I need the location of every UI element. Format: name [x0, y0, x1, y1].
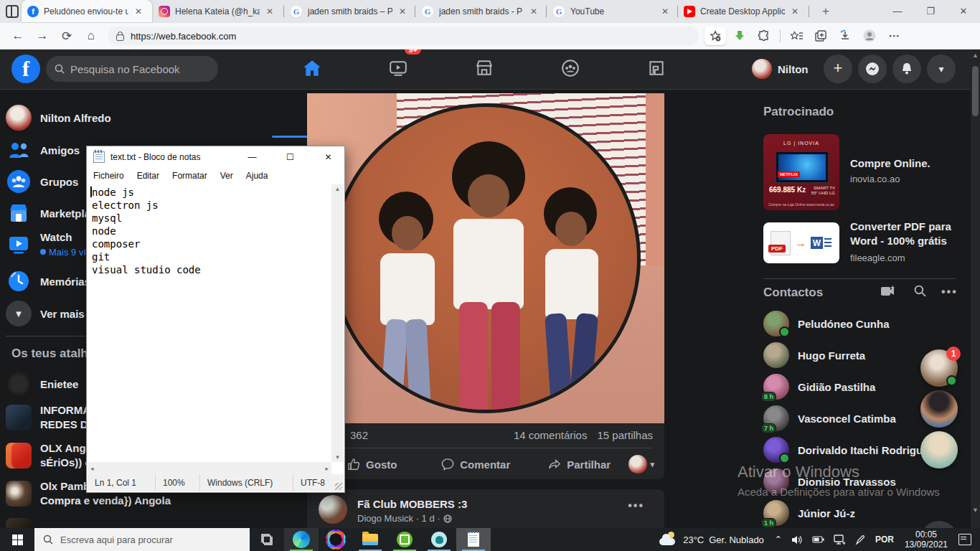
scroll-up-arrow[interactable]: ▲: [335, 186, 341, 192]
favorites-bar-icon[interactable]: [786, 27, 807, 45]
browser-tab[interactable]: G YouTube ✕: [547, 0, 677, 22]
comment-button[interactable]: Comentar: [422, 453, 530, 476]
share-button[interactable]: Partilhar: [530, 453, 629, 476]
contact-row[interactable]: Dionisio Travassos: [763, 466, 896, 497]
menu-ver[interactable]: Ver: [214, 171, 240, 181]
contact-row[interactable]: Peludóneo Cunha: [763, 308, 890, 339]
favorite-added-button[interactable]: [705, 27, 726, 45]
tab-close-button[interactable]: ✕: [660, 6, 670, 17]
close-button[interactable]: ✕: [947, 0, 980, 22]
scroll-up-arrow[interactable]: ▲: [971, 52, 980, 59]
ad-title[interactable]: Converter PDF paraWord - 100% grátis: [850, 220, 951, 248]
tab-actions-button[interactable]: [6, 5, 19, 18]
page-name[interactable]: Fã Club MOBBERS :3: [357, 498, 467, 510]
home-button[interactable]: ⌂: [79, 29, 103, 43]
close-button[interactable]: ✕: [312, 146, 344, 168]
tab-close-button[interactable]: ✕: [265, 6, 275, 17]
forward-button[interactable]: →: [30, 29, 55, 43]
sidebar-item-amigos[interactable]: Amigos: [6, 134, 80, 166]
battery-icon[interactable]: [808, 536, 829, 543]
downloads-button[interactable]: [834, 27, 856, 45]
post-image[interactable]: [307, 93, 664, 423]
notepad-text-area[interactable]: node js electron js mysql node composer …: [88, 184, 331, 462]
ad-thumbnail[interactable]: → W: [763, 222, 839, 263]
scrollbar-thumb[interactable]: [972, 66, 979, 116]
browser-menu-button[interactable]: ⋯: [883, 27, 905, 45]
browser-tab[interactable]: Create Desktop Applic ✕: [678, 0, 809, 22]
browser-tab[interactable]: f Peludóneo enviou-te u ✕: [22, 0, 152, 22]
new-room-button[interactable]: [881, 286, 895, 300]
notepad-window[interactable]: text.txt - Bloco de notas — ☐ ✕ Ficheiro…: [86, 146, 345, 493]
tab-close-button[interactable]: ✕: [529, 6, 539, 17]
minimize-button[interactable]: —: [236, 146, 268, 168]
new-tab-button[interactable]: +: [816, 3, 835, 20]
contact-row[interactable]: Dorivaldo Itachi Rodrigues: [763, 434, 935, 466]
contact-row[interactable]: Hugo Furreta: [763, 339, 865, 371]
like-count[interactable]: 362: [350, 429, 368, 441]
taskbar-app-notepad[interactable]: [456, 528, 491, 551]
chat-head[interactable]: 1: [920, 349, 958, 387]
search-contacts-button[interactable]: [914, 285, 926, 300]
volume-icon[interactable]: [787, 535, 808, 545]
comment-as-selector[interactable]: ▾: [628, 453, 654, 476]
ad-thumbnail[interactable]: LG | INOVIA NETFLIX 669.885 Kz SMART TV5…: [763, 134, 839, 210]
tab-marketplace[interactable]: [444, 49, 524, 87]
contact-row[interactable]: 7 h Vasconcel Catimba: [763, 402, 896, 434]
tab-home[interactable]: [272, 49, 352, 87]
chat-head[interactable]: [920, 431, 958, 468]
sidebar-item-grupos[interactable]: Grupos: [6, 166, 78, 197]
back-button[interactable]: ←: [6, 29, 30, 43]
menu-ajuda[interactable]: Ajuda: [240, 171, 275, 181]
browser-tab[interactable]: G jaden smith braids – P ✕: [284, 0, 415, 22]
taskbar-weather[interactable]: 23°C Ger. Nublado: [654, 534, 770, 545]
tab-groups[interactable]: [530, 49, 611, 87]
ad-domain[interactable]: inovia.co.ao: [850, 174, 900, 184]
menu-ficheiro[interactable]: Ficheiro: [87, 171, 131, 181]
ad-domain[interactable]: fileeagle.com: [850, 253, 905, 263]
search-input[interactable]: Pesquisa no Facebook: [46, 56, 218, 82]
facebook-logo[interactable]: f: [11, 55, 40, 83]
shortcut-enietee[interactable]: Enietee: [6, 368, 78, 400]
tab-close-button[interactable]: ✕: [133, 6, 143, 17]
scroll-down-arrow[interactable]: ▼: [335, 454, 341, 461]
tab-close-button[interactable]: ✕: [397, 6, 407, 17]
taskbar-app-explorer[interactable]: [353, 528, 387, 551]
shortcut-informatica[interactable]: INFORMÁREDES DE: [6, 400, 95, 435]
url-input[interactable]: https://web.facebook.com: [108, 27, 699, 45]
taskbar-app-teal[interactable]: [422, 528, 456, 551]
extensions-icon[interactable]: [753, 27, 775, 45]
action-center-button[interactable]: [953, 534, 980, 545]
menu-editar[interactable]: Editar: [131, 171, 166, 181]
contacts-options-button[interactable]: •••: [941, 286, 958, 298]
contact-row[interactable]: 8 h Gidião Pastilha: [763, 371, 875, 402]
pen-icon[interactable]: [851, 535, 870, 545]
restore-button[interactable]: ❐: [914, 0, 947, 22]
maximize-button[interactable]: ☐: [274, 146, 306, 168]
download-complete-icon[interactable]: [729, 27, 750, 45]
tab-watch[interactable]: 9+: [358, 49, 438, 87]
scroll-right-arrow[interactable]: ▸: [325, 465, 329, 472]
browser-tab[interactable]: Helena Kateia (@h_kat ✕: [153, 0, 283, 22]
sidebar-item-memorias[interactable]: Memórias: [6, 265, 90, 297]
post-menu-button[interactable]: •••: [628, 499, 644, 512]
tray-expand-chevron[interactable]: ⌃: [770, 534, 787, 545]
chat-head[interactable]: [920, 390, 958, 428]
scroll-down-arrow[interactable]: ▼: [971, 507, 980, 514]
tab-close-button[interactable]: ✕: [790, 6, 800, 17]
account-menu-button[interactable]: ▾: [927, 55, 956, 83]
taskbar-app-edge[interactable]: [284, 528, 319, 551]
horizontal-scrollbar[interactable]: ◂ ▸: [88, 462, 331, 474]
page-scrollbar[interactable]: ▲ ▼: [971, 49, 980, 528]
menu-formatar[interactable]: Formatar: [166, 171, 214, 181]
resize-grip[interactable]: [335, 483, 342, 490]
messenger-button[interactable]: [858, 55, 887, 83]
ad-title[interactable]: Compre Online.: [850, 156, 930, 171]
page-avatar[interactable]: [319, 495, 347, 524]
collections-icon[interactable]: [810, 27, 831, 45]
tab-gaming[interactable]: [616, 49, 697, 87]
browser-tab[interactable]: G jaden smith braids - P ✕: [415, 0, 546, 22]
browser-profile-button[interactable]: [859, 27, 880, 45]
sidebar-item-ver-mais[interactable]: ▼ Ver mais: [6, 298, 85, 329]
start-button[interactable]: [0, 528, 34, 551]
task-view-button[interactable]: [250, 528, 284, 551]
